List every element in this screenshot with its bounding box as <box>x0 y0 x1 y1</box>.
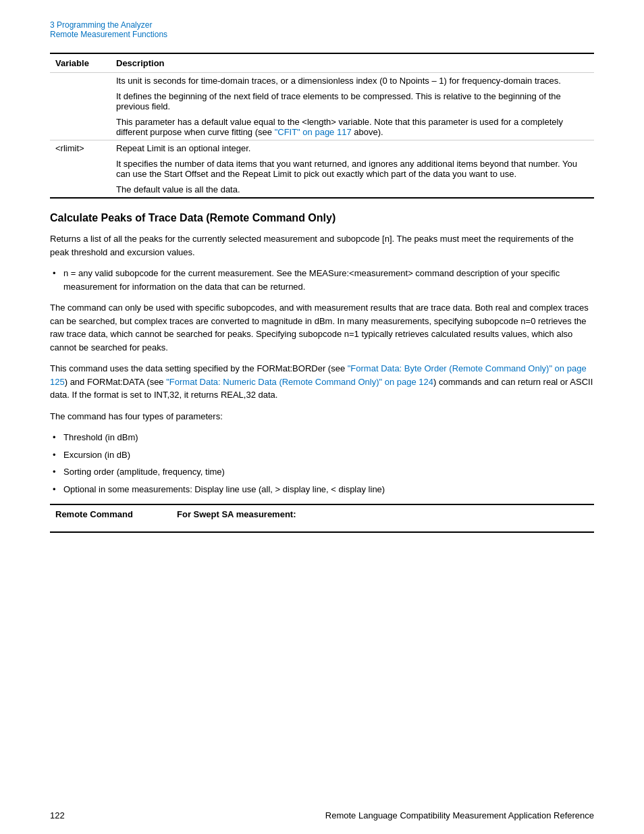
list-item-excursion: Excursion (in dB) <box>50 448 594 462</box>
section-heading: Calculate Peaks of Trace Data (Remote Co… <box>50 212 594 224</box>
list-item-threshold: Threshold (in dBm) <box>50 431 594 444</box>
format-numeric-data-link[interactable]: "Format Data: Numeric Data (Remote Comma… <box>166 377 433 387</box>
breadcrumb-line1: 3 Programming the Analyzer <box>50 20 594 30</box>
remote-command-table: Remote Command For Swept SA measurement: <box>50 504 594 533</box>
bullet-list-intro: n = any valid subopcode for the current … <box>50 267 594 293</box>
params-bullet-list: Threshold (in dBm) Excursion (in dB) Sor… <box>50 431 594 496</box>
description-cell: It defines the beginning of the next fie… <box>111 88 594 114</box>
remote-cmd-col2-header: For Swept SA measurement: <box>171 504 594 523</box>
para4: The command has four types of parameters… <box>50 410 594 423</box>
para2: The command can only be used with specif… <box>50 301 594 354</box>
page-footer: 122 Remote Language Compatibility Measur… <box>50 810 594 820</box>
breadcrumb: 3 Programming the Analyzer Remote Measur… <box>50 20 594 39</box>
cfit-link[interactable]: "CFIT" on page 117 <box>275 127 352 137</box>
remote-cmd-row <box>50 523 594 532</box>
remote-cmd-col1-header: Remote Command <box>50 504 171 523</box>
table-row: It specifies the number of data items th… <box>50 156 594 182</box>
col-variable-header: Variable <box>50 53 111 73</box>
footer-right-text: Remote Language Compatibility Measuremen… <box>325 810 594 820</box>
description-cell: This parameter has a default value equal… <box>111 114 594 140</box>
para3-mid: ) and FORMat:DATA (see <box>65 377 167 387</box>
remote-cmd-cell1 <box>50 523 171 532</box>
variable-cell <box>50 182 111 198</box>
variable-table: Variable Description Its unit is seconds… <box>50 53 594 199</box>
description-cell: Repeat Limit is an optional integer. <box>111 140 594 157</box>
para1: Returns a list of all the peaks for the … <box>50 232 594 259</box>
table-row: This parameter has a default value equal… <box>50 114 594 140</box>
variable-cell <box>50 73 111 89</box>
description-cell: Its unit is seconds for time-domain trac… <box>111 73 594 89</box>
description-cell: It specifies the number of data items th… <box>111 156 594 182</box>
variable-cell <box>50 114 111 140</box>
variable-cell: <rlimit> <box>50 140 111 157</box>
table-row: Its unit is seconds for time-domain trac… <box>50 73 594 89</box>
breadcrumb-line2: Remote Measurement Functions <box>50 30 594 39</box>
remote-cmd-cell2 <box>171 523 594 532</box>
table-row: <rlimit> Repeat Limit is an optional int… <box>50 140 594 157</box>
para3: This command uses the data setting speci… <box>50 362 594 402</box>
variable-cell <box>50 88 111 114</box>
description-cell: The default value is all the data. <box>111 182 594 198</box>
variable-cell <box>50 156 111 182</box>
page-number: 122 <box>50 810 65 820</box>
list-item: n = any valid subopcode for the current … <box>50 267 594 293</box>
para3-before1: This command uses the data setting speci… <box>50 363 348 373</box>
table-row: The default value is all the data. <box>50 182 594 198</box>
col-description-header: Description <box>111 53 594 73</box>
list-item-optional: Optional in some measurements: Display l… <box>50 483 594 496</box>
table-row: It defines the beginning of the next fie… <box>50 88 594 114</box>
list-item-sorting: Sorting order (amplitude, frequency, tim… <box>50 465 594 479</box>
page: 3 Programming the Analyzer Remote Measur… <box>0 0 644 834</box>
